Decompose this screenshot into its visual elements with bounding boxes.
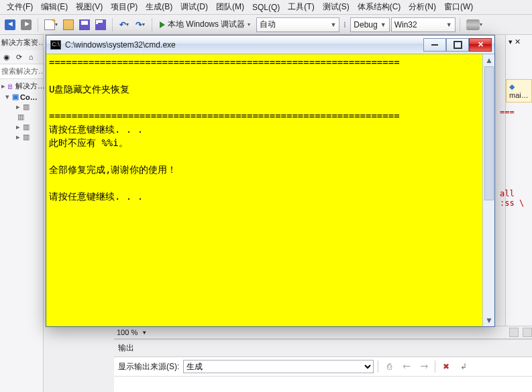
open-icon (63, 19, 74, 30)
output-prev-button[interactable]: 🡐 (400, 360, 413, 373)
start-debug-button[interactable]: 本地 Windows 调试器 ▾ (156, 17, 255, 32)
undo-button[interactable]: ↶▾ (117, 17, 131, 32)
output-source-combo[interactable]: 生成 (183, 360, 374, 373)
menu-sql[interactable]: SQL(Q) (248, 1, 284, 14)
menu-file[interactable]: 文件(F) (3, 0, 37, 15)
output-pane: 输出 显示输出来源(S): 生成 ⎙ 🡐 🡒 ✖ ↲ (114, 339, 532, 392)
chevron-down-icon: ▼ (380, 21, 386, 28)
run-mode-value: 自动 (260, 19, 276, 30)
menu-build[interactable]: 生成(B) (142, 0, 176, 15)
minimize-button[interactable] (423, 38, 446, 52)
refresh-icon[interactable]: ⟳ (13, 52, 24, 62)
save-all-icon (95, 19, 106, 30)
overflow-button[interactable]: ⁞ (341, 20, 349, 29)
menu-test[interactable]: 测试(S) (319, 0, 354, 15)
saveall-button[interactable] (93, 17, 108, 32)
cmd-icon: C:\ (50, 40, 61, 50)
expand-icon[interactable]: ▸ (15, 103, 21, 111)
config-combo[interactable]: Debug ▼ (350, 17, 389, 32)
console-titlebar[interactable]: C:\ C:\windows\system32\cmd.exe ✕ (46, 36, 494, 54)
scroll-up-icon[interactable]: ▲ (483, 54, 495, 66)
redo-button[interactable]: ↷▾ (133, 17, 148, 32)
new-button[interactable]: ▾ (42, 17, 60, 32)
solution-explorer-toolbar: ◉ ⟳ ⌂ (0, 50, 43, 64)
tree-item[interactable]: ▸▥ (1, 132, 42, 142)
scroll-thumb[interactable] (484, 66, 494, 200)
separator (152, 18, 152, 31)
menu-window[interactable]: 窗口(W) (440, 0, 477, 15)
solution-icon: 🗎 (7, 82, 14, 90)
platform-combo[interactable]: Win32 ▼ (391, 17, 456, 32)
zoom-level[interactable]: 100 % (117, 328, 138, 336)
item-icon: ▥ (17, 113, 24, 121)
project-node[interactable]: ▾ ▣ Co… (1, 92, 42, 102)
menu-tools[interactable]: 工具(T) (284, 0, 318, 15)
solution-label: 解决方… (15, 81, 45, 91)
tree-item[interactable]: ▥ (1, 112, 42, 122)
solution-search-input[interactable]: 搜索解决方… (0, 64, 43, 79)
scroll-left-button[interactable] (509, 328, 519, 337)
open-button[interactable] (61, 17, 76, 32)
solution-explorer-title: 解决方案资… (0, 35, 43, 50)
tree-item[interactable]: ▸▥ (1, 122, 42, 132)
scroll-right-button[interactable] (523, 328, 532, 337)
editor-status-bar: 100 % ▼ (114, 326, 532, 339)
document-tab[interactable]: ◆ mai… (506, 79, 532, 103)
config-value: Debug (354, 20, 377, 29)
menu-view[interactable]: 视图(V) (72, 0, 107, 15)
new-file-icon (44, 19, 55, 30)
panel-dropdown[interactable]: ▾ ✕ (506, 35, 532, 49)
pipe-icon (466, 19, 480, 30)
solution-explorer: 解决方案资… ◉ ⟳ ⌂ 搜索解决方… ▸ 🗎 解决方… ▾ ▣ Co… ▸▥ … (0, 35, 44, 392)
output-next-button[interactable]: 🡒 (417, 360, 431, 373)
output-toolbar: 显示输出来源(S): 生成 ⎙ 🡐 🡒 ✖ ↲ (114, 357, 532, 377)
console-output[interactable]: ========================================… (46, 54, 482, 326)
home-icon[interactable]: ◉ (1, 52, 12, 62)
output-clear-button[interactable]: ✖ (439, 360, 453, 373)
nav-fwd-button[interactable] (19, 17, 34, 32)
menu-debug[interactable]: 调试(D) (176, 0, 212, 15)
extensions-button[interactable]: ▾ (464, 17, 484, 32)
close-button[interactable]: ✕ (469, 38, 492, 52)
chevron-down-icon: ▼ (330, 21, 336, 28)
doc-icon: ◆ (509, 82, 515, 90)
run-mode-combo[interactable]: 自动 ▼ (256, 17, 339, 32)
console-window[interactable]: C:\ C:\windows\system32\cmd.exe ✕ ======… (46, 35, 495, 327)
separator (38, 18, 38, 31)
menu-edit[interactable]: 编辑(E) (37, 0, 72, 15)
solution-node[interactable]: ▸ 🗎 解决方… (1, 80, 42, 92)
maximize-button[interactable] (446, 38, 469, 52)
save-button[interactable] (77, 17, 92, 32)
nav-back-button[interactable] (3, 17, 17, 32)
tree-item[interactable]: ▸▥ (1, 102, 42, 112)
doc-tab-label: mai… (509, 91, 529, 99)
menu-analyze[interactable]: 分析(N) (405, 0, 440, 15)
forward-icon (21, 19, 32, 30)
output-wrap-button[interactable]: ↲ (457, 360, 470, 373)
menu-team[interactable]: 团队(M) (212, 0, 248, 15)
output-find-button[interactable]: ⎙ (382, 360, 396, 373)
play-icon (160, 21, 165, 28)
item-icon: ▥ (23, 133, 30, 141)
expand-icon[interactable]: ▸ (15, 123, 21, 131)
collapse-icon[interactable]: ▾ (4, 92, 11, 101)
scroll-down-icon[interactable]: ▼ (483, 314, 495, 326)
console-scrollbar[interactable]: ▲ ▼ (482, 54, 494, 326)
console-body: ========================================… (46, 54, 494, 326)
home-button[interactable]: ⌂ (25, 52, 36, 62)
back-icon (5, 19, 15, 30)
menu-project[interactable]: 项目(P) (107, 0, 142, 15)
item-icon: ▥ (23, 123, 30, 131)
expand-icon[interactable]: ▸ (15, 133, 21, 141)
chevron-down-icon[interactable]: ▼ (142, 330, 147, 336)
item-icon: ▥ (23, 103, 30, 111)
separator (460, 18, 460, 31)
solution-tree[interactable]: ▸ 🗎 解决方… ▾ ▣ Co… ▸▥ ▥ ▸▥ ▸▥ (0, 79, 43, 143)
separator (378, 361, 378, 373)
separator (435, 361, 435, 373)
output-title: 输出 (114, 340, 532, 357)
undo-icon: ↶ (119, 20, 126, 29)
menu-arch[interactable]: 体系结构(C) (354, 0, 405, 15)
expand-icon[interactable]: ▸ (1, 82, 5, 90)
platform-value: Win32 (394, 20, 417, 29)
